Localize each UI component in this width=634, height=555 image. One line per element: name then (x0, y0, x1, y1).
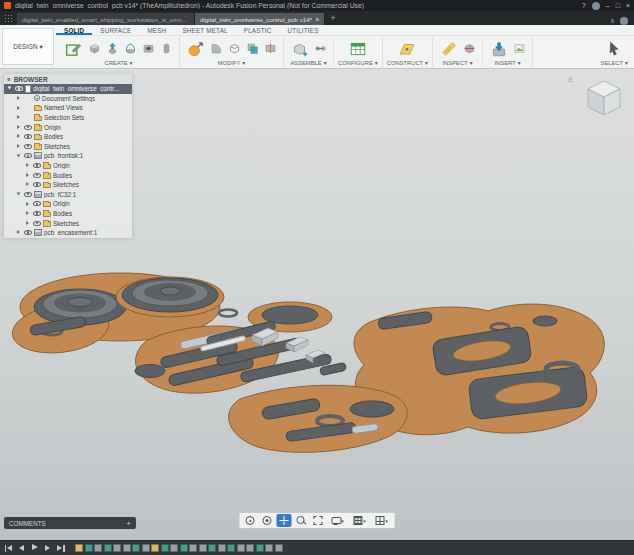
hole-button[interactable] (140, 40, 157, 58)
timeline-feature-icon[interactable] (132, 544, 140, 552)
visibility-eye-icon[interactable] (33, 201, 41, 206)
browser-tree-item[interactable]: Sketches (4, 180, 132, 190)
expander-icon[interactable] (24, 200, 31, 207)
navbar-button-display-settings[interactable]: ▾ (328, 514, 348, 527)
ribbon-tab-plastic[interactable]: PLASTIC (236, 25, 280, 35)
viewcube[interactable]: ⌂ (568, 75, 626, 121)
viewcube-cube-icon[interactable] (568, 75, 626, 121)
visibility-eye-icon[interactable] (24, 230, 32, 235)
timeline-feature-icon[interactable] (85, 544, 93, 552)
expander-icon[interactable] (15, 124, 22, 131)
close-button[interactable]: × (626, 2, 630, 9)
browser-tree-item[interactable]: Sketches (4, 142, 132, 152)
tab-close-icon[interactable]: × (315, 16, 319, 23)
visibility-eye-icon[interactable] (24, 192, 32, 197)
shell-button[interactable] (226, 40, 243, 58)
ribbon-tab-surface[interactable]: SURFACE (92, 25, 139, 35)
timeline-feature-icon[interactable] (265, 544, 273, 552)
timeline-button-go-to-end[interactable] (55, 543, 66, 554)
visibility-eye-icon[interactable] (24, 134, 32, 139)
timeline-feature-icon[interactable] (237, 544, 245, 552)
workspace-switcher-design[interactable]: DESIGN ▾ (2, 28, 54, 65)
document-tab-control-pcb[interactable]: digital_twin_omniverse_control_pcb v14* … (195, 13, 325, 25)
browser-tree-item[interactable]: Origin (4, 122, 132, 132)
insert-derive-button[interactable] (487, 38, 510, 59)
help-icon[interactable]: ? (582, 2, 586, 9)
extrude-button[interactable] (104, 40, 121, 58)
timeline-feature-icon[interactable] (227, 544, 235, 552)
timeline-feature-icon[interactable] (104, 544, 112, 552)
visibility-eye-icon[interactable] (33, 163, 41, 168)
visibility-eye-icon[interactable] (33, 182, 41, 187)
navbar-button-look-at[interactable]: ▾ (260, 514, 275, 527)
timeline-button-step-back[interactable] (16, 543, 27, 554)
timeline-button-play[interactable] (29, 543, 40, 554)
timeline-feature-icon[interactable] (94, 544, 102, 552)
timeline-feature-icon[interactable] (113, 544, 121, 552)
create-group-dropdown[interactable]: CREATE▾ (62, 59, 175, 66)
timeline-button-step-forward[interactable] (42, 543, 53, 554)
collapse-browser-icon[interactable]: « (7, 76, 11, 83)
visibility-eye-icon[interactable] (15, 86, 23, 91)
timeline-feature-icon[interactable] (256, 544, 264, 552)
expander-icon[interactable] (24, 172, 31, 179)
navbar-button-viewports[interactable]: ▾ (372, 514, 392, 527)
fillet-button[interactable] (208, 40, 225, 58)
visibility-eye-icon[interactable] (33, 221, 41, 226)
revolve-button[interactable] (122, 40, 139, 58)
browser-tree-item[interactable]: Bodies (4, 209, 132, 219)
browser-tree-item[interactable]: Named Views (4, 103, 132, 113)
press-pull-button[interactable] (184, 38, 207, 59)
measure-button[interactable] (437, 38, 460, 59)
section-analysis-button[interactable] (461, 40, 478, 58)
ribbon-tab-mesh[interactable]: MESH (139, 25, 174, 35)
configure-button[interactable] (346, 38, 369, 59)
expander-icon[interactable] (6, 85, 13, 92)
user-avatar[interactable] (592, 2, 600, 10)
navbar-button-orbit[interactable]: ▾ (243, 514, 258, 527)
new-component-button[interactable] (288, 38, 311, 59)
expander-icon[interactable] (24, 210, 31, 217)
comments-bar[interactable]: COMMENTS + (4, 517, 136, 529)
timeline-feature-icon[interactable] (246, 544, 254, 552)
browser-tree-item[interactable]: digital_twin_omniverse_contr... (4, 84, 132, 94)
browser-tree-item[interactable]: Sketches (4, 218, 132, 228)
select-group-dropdown[interactable]: SELECT▾ (601, 59, 628, 66)
configure-group-dropdown[interactable]: CONFIGURE▾ (338, 59, 378, 66)
browser-tree-item[interactable]: Bodies (4, 170, 132, 180)
maximize-button[interactable]: □ (616, 2, 620, 9)
visibility-eye-icon[interactable] (24, 153, 32, 158)
navbar-button-fit[interactable]: ▾ (311, 514, 326, 527)
timeline-feature-icon[interactable] (151, 544, 159, 552)
thread-button[interactable] (158, 40, 175, 58)
select-button[interactable] (603, 38, 626, 59)
expander-icon[interactable] (15, 152, 22, 159)
expander-icon[interactable] (15, 114, 22, 121)
document-tab-shipping-workstation[interactable]: digital_twin_enabled_smart_shipping_work… (17, 13, 195, 25)
joint-button[interactable] (312, 40, 329, 58)
browser-tree-item[interactable]: Bodies (4, 132, 132, 142)
expander-icon[interactable] (15, 229, 22, 236)
browser-tree-item[interactable]: Selection Sets (4, 113, 132, 123)
visibility-eye-icon[interactable] (24, 144, 32, 149)
add-comment-icon[interactable]: + (126, 519, 131, 528)
timeline-feature-icon[interactable] (208, 544, 216, 552)
modify-group-dropdown[interactable]: MODIFY▾ (184, 59, 279, 66)
combine-button[interactable] (244, 40, 261, 58)
ribbon-tab-solid[interactable]: SOLID (56, 25, 92, 35)
ribbon-tab-utilities[interactable]: UTILITIES (279, 25, 326, 35)
navbar-button-grid-and-snaps[interactable]: ▾ (350, 514, 370, 527)
browser-tree-item[interactable]: pcb_frontisk:1 (4, 151, 132, 161)
timeline-button-go-to-start[interactable] (3, 543, 14, 554)
timeline-feature-icon[interactable] (199, 544, 207, 552)
expander-icon[interactable] (24, 220, 31, 227)
timeline-feature-icon[interactable] (170, 544, 178, 552)
timeline-feature-icon[interactable] (218, 544, 226, 552)
timeline-feature-icon[interactable] (142, 544, 150, 552)
visibility-eye-icon[interactable] (33, 211, 41, 216)
expander-icon[interactable] (15, 143, 22, 150)
inspect-group-dropdown[interactable]: INSPECT▾ (437, 59, 478, 66)
file-menu-grid-icon[interactable] (4, 14, 13, 23)
expander-icon[interactable] (15, 95, 22, 102)
browser-tree-item[interactable]: Origin (4, 161, 132, 171)
